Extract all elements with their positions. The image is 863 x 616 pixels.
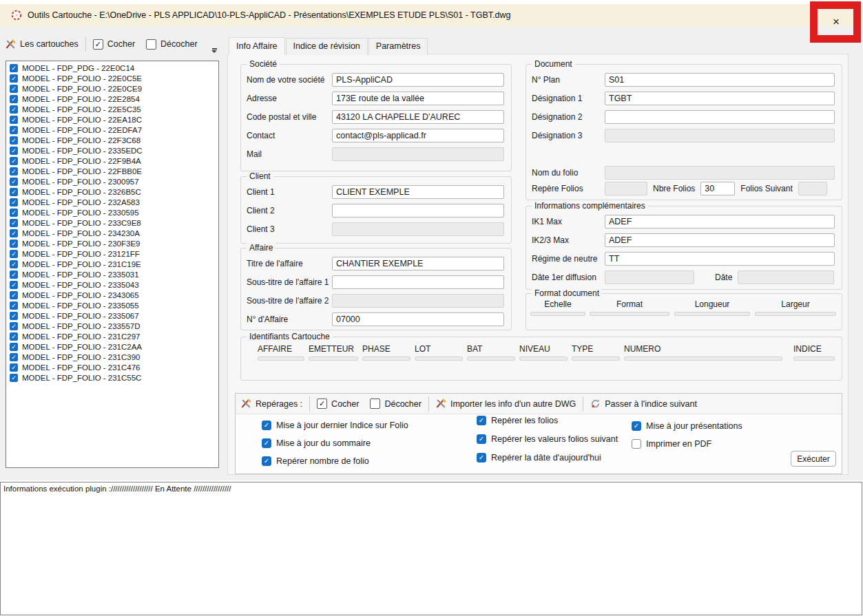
- list-item[interactable]: ✓ MODEL - FDP_FOLIO - 22EA18C: [8, 114, 217, 125]
- list-item-checkbox[interactable]: ✓: [10, 240, 18, 248]
- text-field[interactable]: TT: [605, 252, 835, 266]
- list-item-checkbox[interactable]: ✓: [10, 178, 18, 186]
- text-field[interactable]: CHANTIER EXEMPLE: [332, 257, 504, 270]
- les-cartouches-button[interactable]: Les cartouches: [0, 35, 84, 53]
- list-item[interactable]: ✓ MODEL - FDP_FOLIO - 230F3E9: [8, 238, 217, 248]
- list-item[interactable]: ✓ MODEL - FDP_FOLIO - 231C297: [8, 331, 217, 341]
- list-item-checkbox[interactable]: ✓: [10, 332, 18, 341]
- list-item[interactable]: ✓ MODEL - FDP_FOLIO - 23121FF: [8, 248, 217, 259]
- list-item-checkbox[interactable]: ✓: [10, 136, 18, 145]
- list-item[interactable]: ✓ MODEL - FDP_FOLIO - 231C390: [8, 352, 217, 362]
- list-item-checkbox[interactable]: ✓: [10, 95, 18, 103]
- list-item[interactable]: ✓ MODEL - FDP_FOLIO - 234230A: [8, 228, 217, 238]
- list-item[interactable]: ✓ MODEL - FDP_FOLIO - 2326B5C: [8, 187, 217, 197]
- list-item[interactable]: ✓ MODEL - FDP_FOLIO - 22F3C68: [8, 135, 217, 145]
- text-field[interactable]: [605, 110, 835, 124]
- list-item-checkbox[interactable]: ✓: [10, 105, 18, 114]
- list-item-checkbox[interactable]: ✓: [10, 167, 18, 176]
- list-item[interactable]: ✓ MODEL - FDP_FOLIO - 22E0C5E: [8, 73, 217, 83]
- option-checkbox-box[interactable]: ✓: [632, 439, 641, 449]
- list-item-checkbox[interactable]: ✓: [10, 353, 18, 361]
- list-item[interactable]: ✓ MODEL - FDP_FOLIO - 231C2AA: [8, 341, 217, 352]
- option-checkbox-box[interactable]: ✓: [262, 438, 271, 448]
- option-checkbox[interactable]: ✓ Mise à jour dernier Indice sur Folio: [262, 420, 408, 430]
- option-checkbox[interactable]: ✓ Repérer les folios: [477, 415, 618, 425]
- list-item-checkbox[interactable]: ✓: [10, 85, 18, 93]
- passer-indice-suivant-button[interactable]: Passer à l'indice suivant: [585, 395, 703, 413]
- option-checkbox[interactable]: ✓ Mise à jour présentations: [632, 421, 742, 431]
- list-item-checkbox[interactable]: ✓: [10, 219, 18, 227]
- list-item-checkbox[interactable]: ✓: [10, 322, 18, 330]
- text-field[interactable]: [332, 204, 504, 217]
- list-item-checkbox[interactable]: ✓: [10, 260, 18, 268]
- option-checkbox[interactable]: ✓ Repérer les valeurs folios suivant: [477, 434, 618, 444]
- list-item-checkbox[interactable]: ✓: [10, 374, 18, 382]
- list-item-checkbox[interactable]: ✓: [10, 116, 18, 124]
- list-item[interactable]: ✓ MODEL - FDP_FOLIO - 2330595: [8, 207, 217, 217]
- text-field[interactable]: TGBT: [605, 92, 835, 105]
- option-checkbox[interactable]: ✓ Repérer la dâte d'aujourd'hui: [477, 452, 618, 463]
- option-checkbox-box[interactable]: ✓: [477, 434, 486, 444]
- list-item[interactable]: ✓ MODEL - FDP_PDG - 22E0C14: [8, 63, 217, 73]
- list-item-checkbox[interactable]: ✓: [10, 363, 18, 372]
- list-item[interactable]: ✓ MODEL - FDP_FOLIO - 22EDFA7: [8, 125, 217, 135]
- option-checkbox[interactable]: ✓ Mise à jour du sommaire: [262, 438, 408, 448]
- list-item[interactable]: ✓ MODEL - FDP_FOLIO - 2343065: [8, 290, 217, 300]
- text-field[interactable]: 07000: [332, 312, 504, 326]
- list-item-checkbox[interactable]: ✓: [10, 250, 18, 258]
- list-item[interactable]: ✓ MODEL - FDP_FOLIO - 2335031: [8, 269, 217, 279]
- list-item-checkbox[interactable]: ✓: [10, 209, 18, 217]
- list-item-checkbox[interactable]: ✓: [10, 147, 18, 155]
- list-item[interactable]: ✓ MODEL - FDP_FOLIO - 22E5C35: [8, 104, 217, 114]
- list-item[interactable]: ✓ MODEL - FDP_FOLIO - 232A583: [8, 197, 217, 207]
- list-item[interactable]: ✓ MODEL - FDP_FOLIO - 231C476: [8, 362, 217, 372]
- text-field[interactable]: S01: [605, 73, 835, 87]
- option-checkbox-box[interactable]: ✓: [262, 456, 271, 466]
- list-item[interactable]: ✓ MODEL - FDP_FOLIO - 22F9B4A: [8, 156, 217, 166]
- list-item[interactable]: ✓ MODEL - FDP_FOLIO - 231C19E: [8, 259, 217, 269]
- option-checkbox-box[interactable]: ✓: [477, 453, 486, 463]
- list-item[interactable]: ✓ MODEL - FDP_FOLIO - 22E0CE9: [8, 83, 217, 94]
- decocher-all-checkbox[interactable]: ✓ Décocher: [141, 35, 203, 53]
- list-item[interactable]: ✓ MODEL - FDP_FOLIO - 2335043: [8, 279, 217, 290]
- executer-button[interactable]: Exécuter: [791, 451, 836, 467]
- option-checkbox-box[interactable]: ✓: [262, 421, 271, 430]
- cocher-all-checkbox-box[interactable]: ✓: [93, 39, 103, 50]
- list-item[interactable]: ✓ MODEL - FDP_FOLIO - 2300957: [8, 176, 217, 187]
- list-item-checkbox[interactable]: ✓: [10, 312, 18, 320]
- list-item-checkbox[interactable]: ✓: [10, 270, 18, 279]
- reperages-decocher-box[interactable]: ✓: [370, 399, 380, 409]
- list-item[interactable]: ✓ MODEL - FDP_FOLIO - 2335055: [8, 300, 217, 310]
- option-checkbox[interactable]: ✓ Imprimer en PDF: [632, 438, 742, 449]
- list-item[interactable]: ✓ MODEL - FDP_FOLIO - 2335067: [8, 310, 217, 321]
- toolbar-overflow-button[interactable]: [209, 45, 220, 55]
- list-item-checkbox[interactable]: ✓: [10, 291, 18, 299]
- text-field[interactable]: [332, 275, 504, 289]
- option-checkbox-box[interactable]: ✓: [477, 416, 486, 425]
- list-item-checkbox[interactable]: ✓: [10, 343, 18, 351]
- list-item-checkbox[interactable]: ✓: [10, 301, 18, 310]
- reperages-cocher-checkbox[interactable]: ✓ Cocher: [311, 395, 364, 413]
- text-field[interactable]: contact@pls-applicad.fr: [332, 129, 504, 142]
- text-field[interactable]: ADEF: [605, 215, 835, 229]
- tab[interactable]: Indice de révision: [286, 38, 368, 55]
- list-item-checkbox[interactable]: ✓: [10, 281, 18, 289]
- text-field[interactable]: CLIENT EXEMPLE: [332, 185, 504, 199]
- list-item[interactable]: ✓ MODEL - FDP_FOLIO - 233557D: [8, 321, 217, 331]
- list-item[interactable]: ✓ MODEL - FDP_FOLIO - 2335EDC: [8, 145, 217, 156]
- list-item[interactable]: ✓ MODEL - FDP_FOLIO - 22E2854: [8, 94, 217, 104]
- list-item-checkbox[interactable]: ✓: [10, 126, 18, 134]
- tab[interactable]: Paramètres: [368, 38, 428, 55]
- text-field[interactable]: PLS-AppliCAD: [332, 73, 504, 87]
- tab[interactable]: Info Affaire: [229, 37, 285, 54]
- cartouche-list[interactable]: ✓ MODEL - FDP_PDG - 22E0C14 ✓ MODEL - FD…: [6, 61, 219, 468]
- list-item-checkbox[interactable]: ✓: [10, 198, 18, 206]
- reperages-decocher-checkbox[interactable]: ✓ Décocher: [364, 395, 427, 413]
- decocher-all-checkbox-box[interactable]: ✓: [146, 39, 156, 50]
- list-item[interactable]: ✓ MODEL - FDP_FOLIO - 22FBB0E: [8, 166, 217, 176]
- list-item-checkbox[interactable]: ✓: [10, 64, 18, 72]
- list-item-checkbox[interactable]: ✓: [10, 157, 18, 165]
- text-field[interactable]: 173E route de la vallée: [332, 92, 504, 105]
- nbre-folios-field[interactable]: 30: [700, 182, 735, 195]
- reperages-cocher-box[interactable]: ✓: [317, 399, 327, 409]
